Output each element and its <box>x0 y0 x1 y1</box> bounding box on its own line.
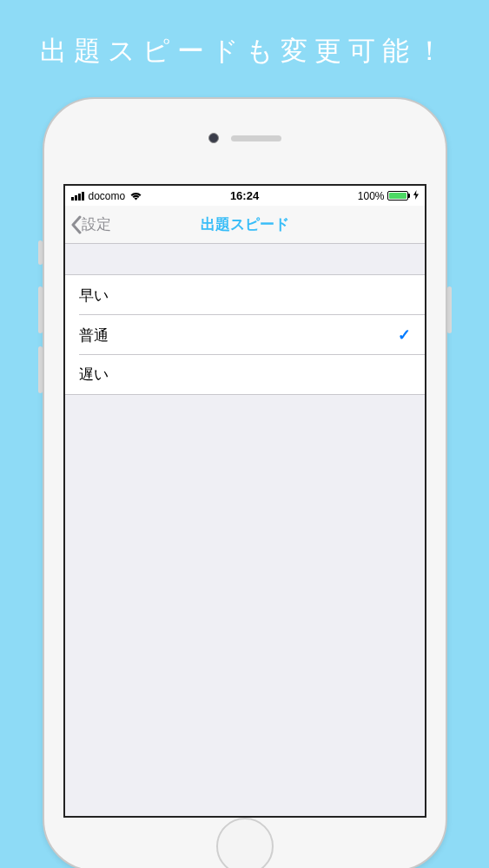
wifi-icon <box>129 191 142 201</box>
status-bar: docomo 16:24 100% <box>65 186 425 206</box>
promo-tagline: 出題スピードも変更可能！ <box>0 0 489 69</box>
nav-title: 出題スピード <box>201 214 289 234</box>
option-label: 遅い <box>79 365 109 385</box>
phone-mockup: docomo 16:24 100% <box>43 97 447 868</box>
status-time: 16:24 <box>230 189 259 202</box>
section-spacer <box>65 244 425 275</box>
charging-icon <box>413 190 419 201</box>
speed-option-fast[interactable]: 早い <box>65 275 425 315</box>
carrier-label: docomo <box>89 190 126 202</box>
content-background <box>65 395 425 816</box>
signal-strength-icon <box>71 192 84 201</box>
option-label: 普通 <box>79 326 109 345</box>
phone-sensors <box>208 133 281 143</box>
phone-screen: docomo 16:24 100% <box>63 184 426 818</box>
option-label: 早い <box>79 286 109 306</box>
speed-option-normal[interactable]: 普通 ✓ <box>65 315 425 355</box>
phone-speaker <box>231 135 281 141</box>
phone-power-button <box>447 286 452 333</box>
home-button[interactable] <box>216 818 274 868</box>
checkmark-icon: ✓ <box>398 326 411 345</box>
navigation-bar: 設定 出題スピード <box>65 206 425 244</box>
chevron-left-icon <box>70 215 82 234</box>
speed-option-slow[interactable]: 遅い <box>65 355 425 395</box>
speed-options-list: 早い 普通 ✓ 遅い <box>65 275 425 395</box>
battery-icon <box>387 191 410 201</box>
phone-camera <box>208 133 219 143</box>
battery-percent: 100% <box>358 190 385 202</box>
back-button[interactable]: 設定 <box>65 214 111 234</box>
back-label: 設定 <box>82 214 111 234</box>
